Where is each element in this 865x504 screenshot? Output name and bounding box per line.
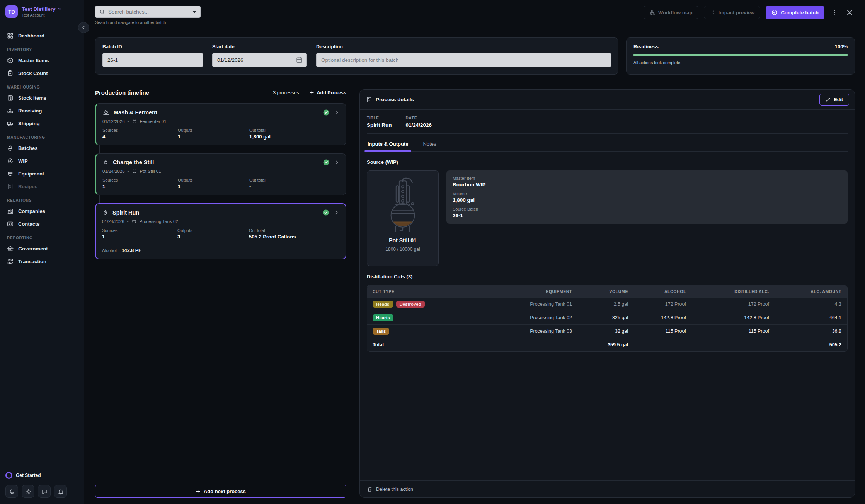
chevron-right-icon[interactable] <box>334 210 339 215</box>
details-tabs: Inputs & Outputs Notes <box>367 136 848 152</box>
get-started[interactable]: Get Started <box>5 472 78 479</box>
more-options-button[interactable] <box>830 8 839 17</box>
process-card-charge-still[interactable]: Charge the Still 01/24/2026 • Pot Still … <box>95 153 346 195</box>
pot-icon <box>131 219 137 224</box>
start-date-field[interactable] <box>212 53 307 67</box>
description-field[interactable] <box>316 53 611 67</box>
details-title: Process details <box>376 97 414 102</box>
search-input[interactable] <box>108 9 189 15</box>
account-name: Test Distillery <box>22 6 56 12</box>
readiness-label: Readiness <box>633 44 659 49</box>
sidebar-item-stock-items[interactable]: Stock Items <box>4 92 80 104</box>
batch-id-field[interactable] <box>102 53 203 67</box>
progress-ring-icon <box>5 472 12 479</box>
pot-still-card[interactable]: Pot Still 01 1800 / 10000 gal <box>367 170 439 266</box>
process-card-mash-ferment[interactable]: Mash & Ferment 01/12/2026 • Fermenter 01 <box>95 103 346 145</box>
title-value: Spirit Run <box>367 122 392 128</box>
close-icon <box>846 9 853 16</box>
add-process-button[interactable]: Add Process <box>309 90 346 95</box>
sidebar-item-stock-count[interactable]: Stock Count <box>4 67 80 80</box>
master-item-value: Bourbon WIP <box>453 182 841 187</box>
out-total-value: 505.2 Proof Gallons <box>249 234 339 240</box>
cuts-total-row: Total 359.5 gal 505.2 <box>367 338 847 351</box>
timeline-title: Production timeline <box>95 89 149 96</box>
chevron-right-icon[interactable] <box>334 160 340 165</box>
out-total-value: - <box>249 184 340 189</box>
recipe-card-icon <box>7 183 14 190</box>
batch-form-card: Batch ID Start date Description <box>95 37 618 75</box>
calendar-icon[interactable] <box>296 56 303 63</box>
search-icon <box>99 9 105 15</box>
source-wip-heading: Source (WIP) <box>367 159 848 165</box>
dropdown-caret-icon[interactable] <box>192 11 196 13</box>
cut-type-badge: Tails <box>373 328 389 335</box>
readiness-percent: 100% <box>835 44 848 49</box>
trash-icon <box>367 486 373 492</box>
dashboard-icon <box>7 32 14 39</box>
search-hint: Search and navigate to another batch <box>95 20 201 25</box>
sidebar-footer: Get Started <box>0 467 84 504</box>
cuts-row-tails[interactable]: Tails Processing Tank 03 32 gal 115 Proo… <box>367 324 847 338</box>
tab-inputs-outputs[interactable]: Inputs & Outputs <box>367 136 409 151</box>
sidebar-item-equipment[interactable]: Equipment <box>4 167 80 180</box>
main-content: Search and navigate to another batch Wor… <box>84 0 865 504</box>
readiness-note: All actions look complete. <box>633 60 848 65</box>
batch-search[interactable] <box>95 6 201 18</box>
sidebar-item-label: Stock Items <box>18 95 46 101</box>
sidebar-item-label: Companies <box>18 208 45 214</box>
sidebar-item-contacts[interactable]: Contacts <box>4 218 80 230</box>
production-timeline: Production timeline 3 processes Add Proc… <box>95 89 346 498</box>
sidebar-item-master-items[interactable]: Master Items <box>4 54 80 67</box>
cuts-heading: Distillation Cuts (3) <box>367 274 848 279</box>
timeline-connector <box>99 195 100 203</box>
process-date: 01/24/2026 <box>102 169 125 174</box>
sidebar-item-dashboard[interactable]: Dashboard <box>4 29 80 42</box>
swap-arrows-icon <box>7 258 14 265</box>
clipboard-list-icon <box>7 95 14 101</box>
readiness-card: Readiness 100% All actions look complete… <box>626 37 855 75</box>
sidebar-item-label: Recipes <box>18 184 37 189</box>
tab-notes[interactable]: Notes <box>422 136 437 151</box>
add-next-process-button[interactable]: Add next process <box>95 485 346 498</box>
impact-preview-button[interactable]: Impact preview <box>704 6 761 19</box>
complete-batch-button[interactable]: Complete batch <box>766 6 824 19</box>
cuts-row-hearts[interactable]: Hearts Processing Tank 02 325 gal 142.8 … <box>367 311 847 324</box>
close-button[interactable] <box>845 7 855 18</box>
sidebar-item-label: Contacts <box>18 221 40 227</box>
delete-action-button[interactable]: Delete this action <box>367 486 413 492</box>
process-name: Spirit Run <box>112 209 139 216</box>
sidebar-item-batches[interactable]: Batches <box>4 142 80 155</box>
sidebar-item-wip[interactable]: WIP <box>4 155 80 167</box>
sidebar-item-label: Transaction <box>18 259 46 264</box>
chat-bubble-icon <box>41 489 48 495</box>
sidebar-collapse-button[interactable] <box>78 22 89 33</box>
process-details-icon <box>366 97 372 103</box>
sidebar-item-receiving[interactable]: Receiving <box>4 104 80 117</box>
sidebar-item-shipping[interactable]: Shipping <box>4 117 80 130</box>
plus-icon <box>196 489 201 494</box>
workflow-map-button[interactable]: Workflow map <box>644 6 698 19</box>
get-started-label: Get Started <box>16 473 41 478</box>
feedback-button[interactable] <box>38 485 51 498</box>
settings-button[interactable] <box>22 485 34 498</box>
alcohol-label: Alcohol: <box>102 248 118 253</box>
sidebar-item-label: Equipment <box>18 171 44 177</box>
outputs-value: 1 <box>178 184 249 189</box>
sidebar-item-companies[interactable]: Companies <box>4 205 80 218</box>
sidebar-item-recipes[interactable]: Recipes <box>4 180 80 193</box>
building-icon <box>7 208 14 215</box>
pot-icon <box>7 170 14 177</box>
process-card-spirit-run[interactable]: Spirit Run 01/24/2026 • Processing Tank … <box>95 203 346 259</box>
notifications-button[interactable] <box>54 485 67 498</box>
theme-toggle-button[interactable] <box>5 485 18 498</box>
sidebar-item-transaction[interactable]: Transaction <box>4 255 80 268</box>
edit-button[interactable]: Edit <box>819 94 849 106</box>
sources-value: 1 <box>102 234 177 240</box>
chevron-right-icon[interactable] <box>334 110 340 115</box>
batch-id-label: Batch ID <box>102 44 203 49</box>
account-switcher[interactable]: TD Test Distillery Test Account <box>0 0 84 24</box>
sidebar-item-government[interactable]: Government <box>4 242 80 255</box>
cuts-row-heads[interactable]: Heads Destroyed Processing Tank 01 2.5 g… <box>367 297 847 311</box>
complete-check-icon <box>322 209 329 216</box>
sidebar-item-label: Receiving <box>18 108 42 114</box>
